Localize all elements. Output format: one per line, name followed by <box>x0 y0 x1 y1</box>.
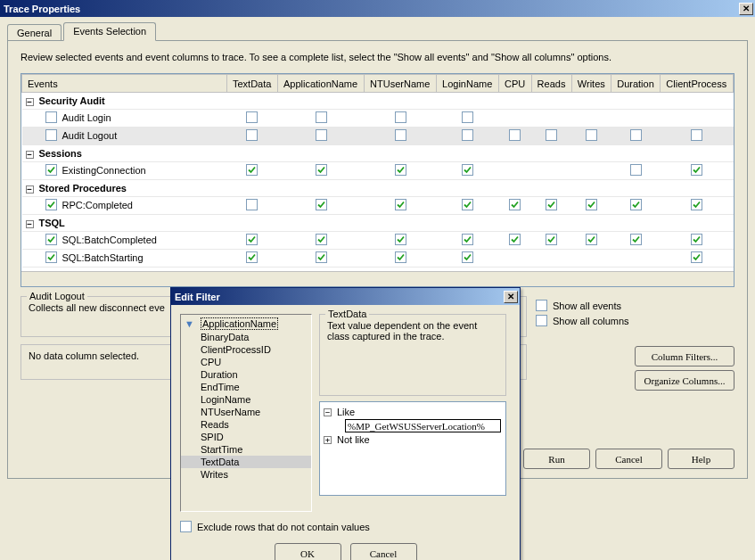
column-header[interactable]: Writes <box>571 75 611 93</box>
cell-checkbox[interactable] <box>462 234 473 245</box>
column-filters-button[interactable]: Column Filters... <box>635 346 734 366</box>
filter-column-item[interactable]: CPU <box>181 356 311 368</box>
cell-checkbox[interactable] <box>546 234 557 245</box>
dialog-ok-button[interactable]: OK <box>275 543 341 560</box>
minus-icon[interactable]: − <box>26 185 34 194</box>
cell-checkbox[interactable] <box>509 199 521 210</box>
filter-column-item[interactable]: ClientProcessID <box>181 343 311 356</box>
cell-checkbox[interactable] <box>630 234 642 245</box>
minus-icon[interactable]: − <box>324 408 332 416</box>
filter-column-item[interactable]: Writes <box>181 468 311 481</box>
cell-checkbox[interactable] <box>630 129 642 141</box>
cell-checkbox[interactable] <box>316 164 327 176</box>
event-row[interactable]: ExistingConnection <box>22 162 227 180</box>
dialog-close-icon[interactable]: ✕ <box>504 291 518 303</box>
cell-checkbox[interactable] <box>462 164 473 176</box>
event-row[interactable]: SQL:BatchCompleted <box>22 232 227 250</box>
column-header[interactable]: Events <box>22 75 227 93</box>
filter-condition-tree[interactable]: − Like + Not like <box>319 401 506 496</box>
cell-checkbox[interactable] <box>462 129 473 141</box>
category-row[interactable]: −Stored Procedures <box>22 180 227 197</box>
cell-checkbox[interactable] <box>395 199 406 210</box>
filter-value-input[interactable] <box>345 419 501 432</box>
column-header[interactable]: ClientProcess <box>661 75 734 93</box>
cell-checkbox[interactable] <box>462 199 473 210</box>
cell-checkbox[interactable] <box>630 164 642 176</box>
cell-checkbox[interactable] <box>45 111 57 123</box>
filter-column-item[interactable]: NTUserName <box>181 406 311 418</box>
minus-icon[interactable]: − <box>26 98 34 106</box>
show-all-columns-checkbox[interactable] <box>536 315 547 326</box>
like-node[interactable]: Like <box>337 407 355 417</box>
cell-checkbox[interactable] <box>691 251 702 263</box>
cell-checkbox[interactable] <box>45 251 57 263</box>
cell-checkbox[interactable] <box>586 234 597 245</box>
column-header[interactable]: ApplicationName <box>277 75 364 93</box>
cell-checkbox[interactable] <box>246 251 258 263</box>
help-button[interactable]: Help <box>668 449 734 469</box>
cell-checkbox[interactable] <box>586 129 597 141</box>
minus-icon[interactable]: − <box>26 220 34 228</box>
filter-column-item[interactable]: BinaryData <box>181 331 311 343</box>
cell-checkbox[interactable] <box>586 199 597 210</box>
filter-column-item[interactable]: EndTime <box>181 381 311 393</box>
cell-checkbox[interactable] <box>316 199 327 210</box>
cell-checkbox[interactable] <box>45 129 57 141</box>
cell-checkbox[interactable] <box>45 164 57 176</box>
filter-column-item[interactable]: Reads <box>181 418 311 431</box>
event-row[interactable]: Audit Logout <box>22 128 227 145</box>
plus-icon[interactable]: + <box>324 436 332 444</box>
filter-column-item[interactable]: TextData <box>181 456 311 468</box>
cell-checkbox[interactable] <box>246 234 258 245</box>
column-header[interactable]: Duration <box>611 75 661 93</box>
cell-checkbox[interactable] <box>395 251 406 263</box>
cell-checkbox[interactable] <box>630 199 642 210</box>
cell-checkbox[interactable] <box>395 111 406 123</box>
cell-checkbox[interactable] <box>546 199 557 210</box>
cell-checkbox[interactable] <box>691 199 702 210</box>
column-header[interactable]: TextData <box>227 75 278 93</box>
tab-events-selection[interactable]: Events Selection <box>63 22 156 41</box>
cell-checkbox[interactable] <box>395 234 406 245</box>
horizontal-scrollbar[interactable] <box>21 271 734 286</box>
filter-column-item[interactable]: StartTime <box>181 443 311 456</box>
minus-icon[interactable]: − <box>26 151 34 159</box>
cell-checkbox[interactable] <box>462 111 473 123</box>
event-row[interactable]: RPC:Completed <box>22 197 227 215</box>
category-row[interactable]: −TSQL <box>22 215 227 232</box>
filter-column-item[interactable]: ▼ApplicationName <box>181 317 311 331</box>
cell-checkbox[interactable] <box>45 199 57 210</box>
organize-columns-button[interactable]: Organize Columns... <box>635 370 734 391</box>
column-header[interactable]: Reads <box>531 75 571 93</box>
cell-checkbox[interactable] <box>316 111 327 123</box>
filter-column-item[interactable]: Duration <box>181 368 311 381</box>
cell-checkbox[interactable] <box>395 129 406 141</box>
cell-checkbox[interactable] <box>246 164 258 176</box>
exclude-rows-checkbox[interactable] <box>180 521 192 532</box>
dialog-cancel-button[interactable]: Cancel <box>350 543 417 560</box>
run-button[interactable]: Run <box>523 449 590 469</box>
cell-checkbox[interactable] <box>691 234 702 245</box>
cell-checkbox[interactable] <box>691 164 702 176</box>
cell-checkbox[interactable] <box>246 129 258 141</box>
cell-checkbox[interactable] <box>395 164 406 176</box>
category-row[interactable]: −Sessions <box>22 145 227 162</box>
column-header[interactable]: CPU <box>499 75 532 93</box>
cell-checkbox[interactable] <box>45 234 57 245</box>
column-header[interactable]: NTUserName <box>365 75 437 93</box>
cell-checkbox[interactable] <box>509 234 521 245</box>
event-row[interactable]: SQL:BatchStarting <box>22 250 227 268</box>
cancel-button[interactable]: Cancel <box>595 449 662 469</box>
cell-checkbox[interactable] <box>246 199 258 210</box>
cell-checkbox[interactable] <box>316 234 327 245</box>
cell-checkbox[interactable] <box>246 111 258 123</box>
notlike-node[interactable]: Not like <box>337 434 370 445</box>
cell-checkbox[interactable] <box>462 251 473 263</box>
column-header[interactable]: LoginName <box>437 75 499 93</box>
cell-checkbox[interactable] <box>546 129 557 141</box>
tab-general[interactable]: General <box>7 24 62 41</box>
category-row[interactable]: −Security Audit <box>22 93 227 110</box>
filter-column-list[interactable]: ▼ApplicationNameBinaryDataClientProcessI… <box>180 314 312 512</box>
filter-column-item[interactable]: LoginName <box>181 393 311 406</box>
cell-checkbox[interactable] <box>316 129 327 141</box>
